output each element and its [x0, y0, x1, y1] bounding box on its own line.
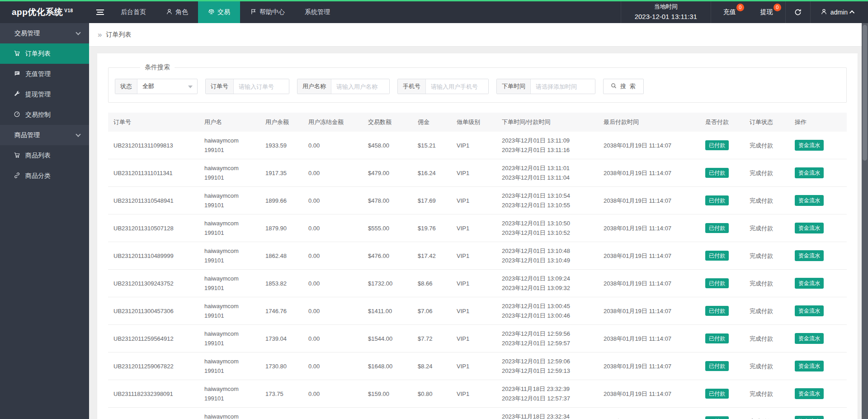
- wrench-icon: [14, 90, 20, 99]
- fund-flow-button[interactable]: 资金流水: [795, 361, 824, 371]
- order-time-input[interactable]: [531, 79, 595, 94]
- cell-username: haiwaymcom 199101: [201, 297, 262, 325]
- username-line1: haiwaymcom: [204, 329, 258, 338]
- order-no-input[interactable]: [234, 79, 289, 94]
- nav-item-roles[interactable]: 角色: [156, 1, 198, 23]
- status-select[interactable]: 全部: [137, 79, 197, 94]
- cell-paid: 已付款: [702, 159, 746, 187]
- sidebar: 交易管理 订单列表 充值管理 提现管理 交易控制 商品管理 商品列表 商品分类: [0, 23, 89, 419]
- cell-status: 完成付款: [746, 132, 791, 159]
- fund-flow-button[interactable]: 资金流水: [795, 167, 824, 178]
- col-actions: 操作: [791, 113, 847, 132]
- sidebar-item-trade-control[interactable]: 交易控制: [0, 105, 89, 125]
- cell-commission: $17.42: [414, 242, 453, 270]
- search-button[interactable]: 搜 索: [603, 79, 644, 94]
- sidebar-item-label: 交易控制: [25, 111, 51, 119]
- cell-order-time: 2023年12月01日 12:59:06 2023年12月01日 12:59:1…: [498, 352, 600, 380]
- fund-flow-button[interactable]: 资金流水: [795, 388, 824, 399]
- sidebar-item-order-list[interactable]: 订单列表: [0, 43, 89, 64]
- cell-paid: 已付款: [702, 242, 746, 270]
- cell-order-no: UB2312011300457306: [108, 297, 201, 325]
- cell-order-no: UB2312011311099813: [108, 132, 201, 159]
- cell-frozen: 0.00: [305, 270, 364, 297]
- cell-actions: 资金流水: [791, 408, 847, 419]
- cell-level: VIP1: [453, 132, 498, 159]
- cell-status: 完成付款: [746, 352, 791, 380]
- cell-order-time: 2023年11月18日 23:32:34 2023年11月18日 23:32:3…: [498, 408, 600, 419]
- fund-flow-button[interactable]: 资金流水: [795, 250, 824, 261]
- cell-actions: 资金流水: [791, 380, 847, 408]
- sidebar-item-product-category[interactable]: 商品分类: [0, 166, 89, 186]
- topbar-right: 当地时间 2023-12-01 13:11:31 充值 0 提现 0 admin: [621, 1, 868, 23]
- menu-toggle-icon[interactable]: [89, 1, 111, 23]
- cell-level: VIP1: [453, 270, 498, 297]
- local-time-label: 当地时间: [654, 2, 678, 11]
- pay-time: 2023年12月01日 13:10:49: [502, 256, 596, 265]
- nav-item-system[interactable]: 系统管理: [295, 1, 340, 23]
- username-input[interactable]: [331, 79, 389, 94]
- refresh-icon[interactable]: [785, 1, 810, 23]
- vertical-scrollbar[interactable]: [862, 23, 868, 419]
- cell-actions: 资金流水: [791, 352, 847, 380]
- local-time-value: 2023-12-01 13:11:31: [635, 11, 697, 22]
- phone-input[interactable]: [426, 79, 488, 94]
- cell-status: 完成付款: [746, 408, 791, 419]
- cell-paid: 已付款: [702, 352, 746, 380]
- scrollbar-thumb[interactable]: [863, 25, 867, 161]
- app-logo: app优化系统 V18: [0, 1, 89, 23]
- nav-item-dashboard[interactable]: 后台首页: [111, 1, 156, 23]
- cell-order-no: UB2312011309243752: [108, 270, 201, 297]
- sidebar-item-withdraw-management[interactable]: 提现管理: [0, 84, 89, 105]
- fund-flow-button[interactable]: 资金流水: [795, 278, 824, 289]
- cell-last-pay-time: 2038年01月19日 11:14:07: [600, 159, 702, 187]
- cell-actions: 资金流水: [791, 214, 847, 242]
- cell-amount: $479.00: [364, 159, 414, 187]
- table-row: UB2312011310548941 haiwaymcom 199101 189…: [108, 187, 847, 214]
- order-time: 2023年12月01日 12:59:06: [502, 357, 596, 366]
- cell-order-no: UB2311182332341605: [108, 408, 201, 419]
- chevron-down-icon: [75, 132, 80, 137]
- fund-flow-button[interactable]: 资金流水: [795, 416, 824, 419]
- fund-flow-button[interactable]: 资金流水: [795, 195, 824, 206]
- user-icon: [821, 8, 827, 16]
- nav-item-trade[interactable]: 交易: [198, 1, 240, 23]
- withdraw-button[interactable]: 提现 0: [748, 1, 785, 23]
- fund-flow-button[interactable]: 资金流水: [795, 305, 824, 316]
- cell-level: VIP1: [453, 297, 498, 325]
- fund-flow-button[interactable]: 资金流水: [795, 140, 824, 151]
- nav-item-help[interactable]: 帮助中心: [240, 1, 295, 23]
- col-level: 做单级别: [453, 113, 498, 132]
- cell-order-time: 2023年12月01日 13:00:45 2023年12月01日 13:00:4…: [498, 297, 600, 325]
- cell-order-time: 2023年12月01日 13:11:01 2023年12月01日 13:11:0…: [498, 159, 600, 187]
- order-no-label: 订单号: [206, 79, 234, 94]
- cell-order-time: 2023年12月01日 13:10:50 2023年12月01日 13:10:5…: [498, 214, 600, 242]
- cell-actions: 资金流水: [791, 297, 847, 325]
- username-line1: haiwaymcom: [204, 163, 258, 173]
- cell-paid: 已付款: [702, 187, 746, 214]
- username-line1: haiwaymcom: [204, 219, 258, 228]
- cell-frozen: 0.00: [305, 352, 364, 380]
- cell-frozen: 0.00: [305, 408, 364, 419]
- fund-flow-button[interactable]: 资金流水: [795, 223, 824, 233]
- cell-order-time: 2023年12月01日 13:09:24 2023年12月01日 13:09:3…: [498, 270, 600, 297]
- sidebar-group-trade-management[interactable]: 交易管理: [0, 23, 89, 43]
- cell-paid: 已付款: [702, 325, 746, 352]
- username-line2: 199101: [204, 283, 258, 293]
- recharge-button[interactable]: 充值 0: [711, 1, 748, 23]
- fund-flow-button[interactable]: 资金流水: [795, 333, 824, 344]
- cell-last-pay-time: 2038年01月19日 11:14:07: [600, 380, 702, 408]
- cell-actions: 资金流水: [791, 187, 847, 214]
- paid-badge: 已付款: [705, 195, 729, 205]
- admin-menu[interactable]: admin: [810, 1, 868, 23]
- sidebar-item-product-list[interactable]: 商品列表: [0, 145, 89, 166]
- username-filter-group: 用户名称: [297, 79, 390, 94]
- cart-icon: [14, 50, 20, 58]
- cell-username: haiwaymcom 199101: [201, 242, 262, 270]
- cell-username: haiwaymcom 199101: [201, 352, 262, 380]
- breadcrumb-arrows-icon: »: [98, 30, 102, 39]
- pay-time: 2023年12月01日 12:57:37: [502, 394, 596, 403]
- sidebar-group-product-management[interactable]: 商品管理: [0, 125, 89, 145]
- pay-time: 2023年12月01日 13:11:16: [502, 145, 596, 155]
- cell-frozen: 0.00: [305, 132, 364, 159]
- sidebar-item-recharge-management[interactable]: 充值管理: [0, 64, 89, 84]
